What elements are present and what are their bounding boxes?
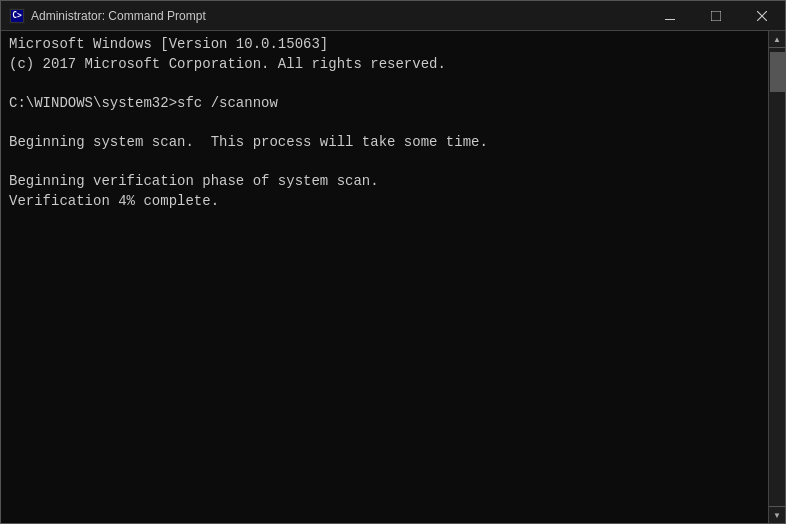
terminal-line: Microsoft Windows [Version 10.0.15063] bbox=[9, 35, 760, 55]
terminal-line: Beginning verification phase of system s… bbox=[9, 172, 760, 192]
title-bar: C> Administrator: Command Prompt bbox=[1, 1, 785, 31]
terminal-line bbox=[9, 309, 760, 329]
cmd-window: C> Administrator: Command Prompt bbox=[0, 0, 786, 524]
terminal-line bbox=[9, 466, 760, 486]
terminal-line bbox=[9, 388, 760, 408]
terminal-line bbox=[9, 486, 760, 506]
terminal-line: Beginning system scan. This process will… bbox=[9, 133, 760, 153]
title-bar-left: C> Administrator: Command Prompt bbox=[9, 8, 206, 24]
terminal-line bbox=[9, 113, 760, 133]
maximize-button[interactable] bbox=[693, 1, 739, 31]
scrollbar[interactable]: ▲ ▼ bbox=[768, 31, 785, 523]
svg-rect-0 bbox=[665, 19, 675, 20]
terminal-line bbox=[9, 211, 760, 231]
cmd-icon: C> bbox=[10, 9, 24, 23]
terminal-line bbox=[9, 290, 760, 310]
terminal-line bbox=[9, 329, 760, 349]
window-controls bbox=[647, 1, 785, 31]
content-area: Microsoft Windows [Version 10.0.15063](c… bbox=[1, 31, 785, 523]
terminal-line bbox=[9, 74, 760, 94]
terminal-line bbox=[9, 368, 760, 388]
terminal-line bbox=[9, 251, 760, 271]
terminal-line bbox=[9, 153, 760, 173]
terminal-line: C:\WINDOWS\system32>sfc /scannow bbox=[9, 94, 760, 114]
maximize-icon bbox=[711, 11, 721, 21]
scroll-down-arrow[interactable]: ▼ bbox=[769, 506, 786, 523]
window-title: Administrator: Command Prompt bbox=[31, 9, 206, 23]
scrollbar-thumb[interactable] bbox=[770, 52, 785, 92]
minimize-icon bbox=[665, 11, 675, 21]
terminal-line bbox=[9, 446, 760, 466]
terminal-line: Verification 4% complete. bbox=[9, 192, 760, 212]
close-icon bbox=[757, 11, 767, 21]
minimize-button[interactable] bbox=[647, 1, 693, 31]
svg-rect-1 bbox=[711, 11, 721, 21]
terminal-line bbox=[9, 427, 760, 447]
close-button[interactable] bbox=[739, 1, 785, 31]
terminal-line bbox=[9, 407, 760, 427]
terminal-line bbox=[9, 231, 760, 251]
terminal-line bbox=[9, 349, 760, 369]
cmd-icon-container: C> bbox=[9, 8, 25, 24]
terminal-line: (c) 2017 Microsoft Corporation. All righ… bbox=[9, 55, 760, 75]
terminal[interactable]: Microsoft Windows [Version 10.0.15063](c… bbox=[1, 31, 768, 523]
terminal-line bbox=[9, 270, 760, 290]
terminal-line bbox=[9, 505, 760, 523]
scroll-up-arrow[interactable]: ▲ bbox=[769, 31, 786, 48]
